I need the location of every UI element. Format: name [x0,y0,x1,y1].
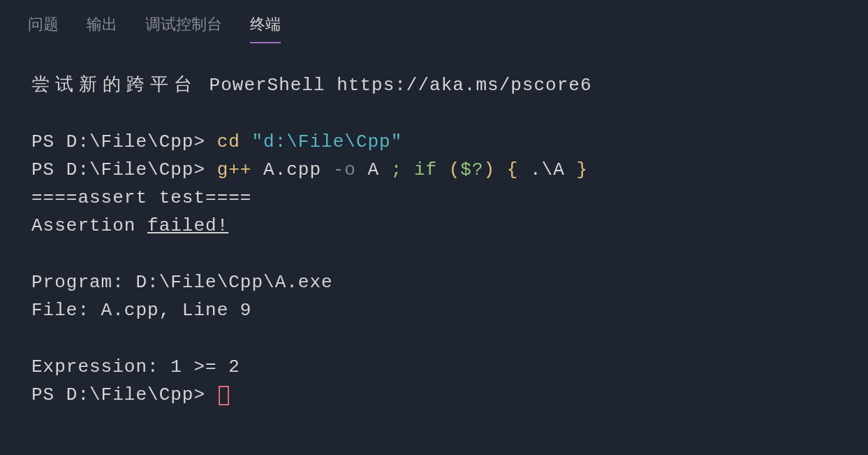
cmd-rparen: ) [484,159,496,180]
blank-line [31,325,837,353]
blank-line [31,99,837,127]
output-line: File: A.cpp, Line 9 [31,296,837,324]
terminal-prompt-line: PS D:\File\Cpp> [31,381,837,409]
terminal-line-cmd2: PS D:\File\Cpp> g++ A.cpp -o A ; if ($?)… [31,156,837,184]
terminal-banner: 尝试新的跨平台 PowerShell https://aka.ms/pscore… [31,71,837,99]
panel-tabs: 问题 输出 调试控制台 终端 [0,0,868,43]
cmd-args2: A [356,159,391,180]
output-line: Program: D:\File\Cpp\A.exe [31,268,837,296]
banner-en-text: PowerShell https://aka.ms/pscore6 [198,75,592,96]
tab-problems[interactable]: 问题 [28,14,59,43]
output-line: Assertion failed! [31,212,837,240]
cmd-gpp: g++ [217,159,252,180]
tab-debug-console[interactable]: 调试控制台 [145,14,222,43]
cmd-run: .\A [518,159,576,180]
cmd-if: if [414,159,437,180]
prompt-text: PS D:\File\Cpp> [31,384,217,405]
cmd-sp [437,159,449,180]
cursor-icon [219,386,229,405]
tab-output[interactable]: 输出 [87,14,117,43]
output-line: ====assert test==== [31,184,837,212]
cmd-lparen: ( [449,159,461,180]
output-line: Expression: 1 >= 2 [31,353,837,381]
cmd-flag: -o [333,159,356,180]
failed-text: failed! [147,215,228,236]
cmd-sp [402,159,414,180]
cmd-semi: ; [391,159,403,180]
cmd-sp [495,159,507,180]
cmd-var: $? [460,159,483,180]
cmd-args1: A.cpp [251,159,332,180]
banner-cn-text: 尝试新的跨平台 [31,75,198,96]
cmd-cd: cd [217,131,240,152]
assertion-text: Assertion [31,215,147,236]
cmd-lbrace: { [507,159,519,180]
prompt-text: PS D:\File\Cpp> [31,159,217,180]
cmd-path: "d:\File\Cpp" [240,131,402,152]
terminal-line-cmd1: PS D:\File\Cpp> cd "d:\File\Cpp" [31,128,837,156]
tab-terminal[interactable]: 终端 [250,14,281,43]
blank-line [31,240,837,268]
prompt-text: PS D:\File\Cpp> [31,131,217,152]
cmd-rbrace: } [576,159,588,180]
terminal-content[interactable]: 尝试新的跨平台 PowerShell https://aka.ms/pscore… [0,43,868,410]
